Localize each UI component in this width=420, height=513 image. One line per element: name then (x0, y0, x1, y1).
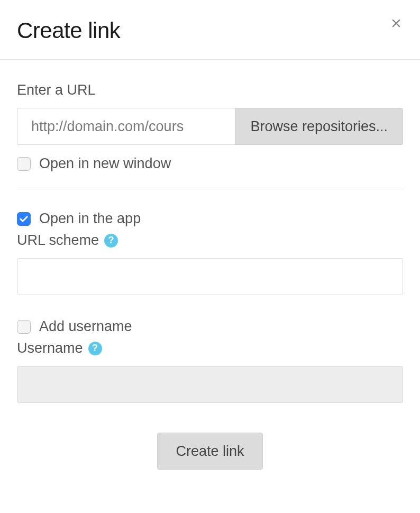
modal-title: Create link (17, 18, 120, 43)
modal-footer: Create link (17, 433, 403, 470)
add-username-checkbox[interactable] (17, 320, 31, 334)
username-label: Username (17, 340, 83, 356)
section-divider (17, 189, 403, 189)
help-icon[interactable]: ? (104, 234, 118, 248)
modal-header: Create link (0, 0, 420, 60)
modal-body: Enter a URL Browse repositories... Open … (0, 60, 420, 480)
url-scheme-input[interactable] (17, 258, 403, 295)
url-label: Enter a URL (17, 82, 403, 98)
url-scheme-label-row: URL scheme ? (17, 232, 403, 249)
url-scheme-label: URL scheme (17, 232, 99, 249)
create-link-button[interactable]: Create link (157, 433, 262, 470)
open-in-app-row: Open in the app (17, 210, 403, 227)
open-new-window-checkbox[interactable] (17, 157, 31, 171)
open-in-app-label[interactable]: Open in the app (39, 210, 141, 227)
url-input[interactable] (17, 108, 235, 145)
open-in-app-checkbox[interactable] (17, 212, 31, 226)
browse-repositories-button[interactable]: Browse repositories... (235, 108, 403, 145)
check-icon (19, 215, 29, 223)
close-button[interactable] (389, 15, 403, 33)
create-link-modal: Create link Enter a URL Browse repositor… (0, 0, 420, 513)
open-new-window-row: Open in new window (17, 155, 403, 172)
open-new-window-label[interactable]: Open in new window (39, 155, 171, 172)
add-username-row: Add username (17, 318, 403, 335)
url-input-row: Browse repositories... (17, 108, 403, 145)
username-label-row: Username ? (17, 340, 403, 356)
username-input (17, 366, 403, 403)
close-icon (389, 16, 403, 30)
help-icon[interactable]: ? (88, 342, 102, 355)
add-username-label[interactable]: Add username (39, 318, 132, 335)
